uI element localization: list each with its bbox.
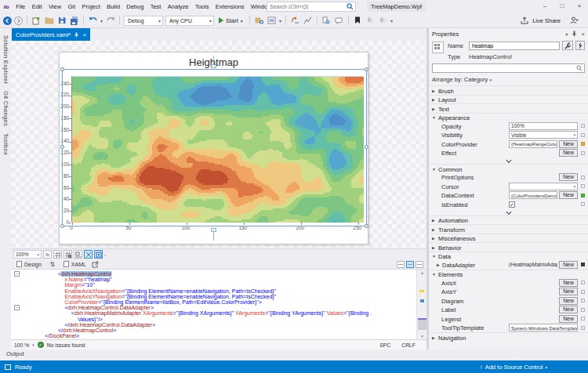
menu-tools[interactable]: Tools	[192, 0, 212, 13]
menu-debug[interactable]: Debug	[123, 0, 147, 13]
property-settings-button[interactable]	[562, 41, 573, 50]
property-marker[interactable]	[581, 151, 585, 155]
new-value-button[interactable]: New	[559, 306, 578, 313]
menu-build[interactable]: Build	[103, 0, 123, 13]
category-automation[interactable]: ▶Automation	[429, 215, 588, 225]
new-value-button[interactable]: New	[559, 297, 578, 305]
property-marker[interactable]	[581, 299, 585, 302]
tab-xaml[interactable]: XAML	[58, 259, 92, 270]
vertical-split-icon[interactable]	[397, 261, 405, 268]
property-marker[interactable]	[581, 281, 585, 284]
user-account-icon[interactable]	[570, 16, 579, 24]
bookmark-icon[interactable]	[353, 16, 363, 26]
property-marker[interactable]	[581, 317, 585, 320]
expand-icon[interactable]: ▶	[437, 263, 440, 267]
menu-extensions[interactable]: Extensions	[212, 0, 248, 13]
heatmap-plot-area[interactable]	[71, 76, 363, 222]
expand-icon[interactable]: ▶	[432, 97, 435, 102]
close-panel-icon[interactable]: ×	[581, 31, 585, 38]
background-tasks-icon[interactable]	[5, 364, 11, 370]
property-input[interactable]: (ColorProvidersDemoViewMo...	[509, 191, 557, 199]
category-miscellaneous[interactable]: ▶Miscellaneous	[429, 234, 588, 243]
open-folder-icon[interactable]	[44, 16, 54, 26]
swap-panes-icon[interactable]: ⇅	[47, 261, 58, 268]
menu-edit[interactable]: Edit	[28, 0, 45, 13]
scroll-down-icon[interactable]: ▼	[417, 334, 426, 339]
category-layout[interactable]: ▶Layout	[429, 95, 588, 104]
save-icon[interactable]	[56, 16, 67, 26]
xaml-designer-surface[interactable]: Heightmap 240220200180160140120100806040…	[11, 41, 426, 248]
category-text[interactable]: ▶Text	[429, 103, 588, 113]
property-marker[interactable]	[581, 194, 585, 197]
property-checkbox[interactable]: ✓	[509, 201, 515, 208]
add-to-source-control-button[interactable]: ↑ Add to Source Control ▴	[480, 360, 547, 373]
new-value-button[interactable]: New	[559, 279, 578, 287]
designer-zoom-combo[interactable]: 100%▾	[13, 250, 42, 259]
margin-anchor-bottom-icon[interactable]	[211, 228, 216, 241]
category-brush[interactable]: ▶Brush	[429, 85, 588, 95]
menu-view[interactable]: View	[45, 0, 65, 13]
minimize-button[interactable]: –	[536, 0, 554, 13]
search-input[interactable]	[267, 4, 347, 9]
hot-reload-icon[interactable]	[290, 16, 300, 26]
close-tab-icon[interactable]: ×	[82, 31, 86, 38]
tab-output[interactable]: Output	[6, 350, 24, 357]
resize-handle[interactable]	[365, 224, 368, 228]
find-in-files-icon[interactable]	[321, 16, 332, 26]
menu-git[interactable]: Git	[64, 0, 78, 13]
menu-test[interactable]: Test	[147, 0, 165, 13]
collapse-icon[interactable]: ▼	[432, 254, 436, 259]
menu-file[interactable]: File	[13, 0, 28, 13]
document-tab-colorproviders[interactable]: ColorProviders.xaml* ×	[12, 28, 90, 41]
solution-configuration-combo[interactable]: Debug▾	[124, 16, 163, 26]
chevron-down-icon[interactable]: ▾	[279, 18, 281, 24]
collapse-icon[interactable]: ▼	[432, 272, 436, 277]
arrange-by-selector[interactable]: Arrange by: Category ▾	[432, 76, 492, 83]
scroll-up-icon[interactable]: ▲	[417, 270, 426, 275]
maximize-button[interactable]: □	[554, 0, 571, 13]
property-select[interactable]: ▾	[509, 183, 578, 190]
collapse-pane-icon[interactable]	[416, 261, 423, 268]
property-input[interactable]: (HeatmapRangeColorProvider)	[509, 140, 557, 148]
issues-label[interactable]: No issues found	[47, 342, 85, 348]
resize-handle[interactable]	[60, 224, 64, 228]
category-data[interactable]: ▼Data	[429, 252, 588, 261]
expand-icon[interactable]: ▶	[432, 335, 435, 340]
attach-process-icon[interactable]	[254, 16, 264, 26]
events-button[interactable]	[575, 41, 585, 50]
live-share-button[interactable]: Live Share	[521, 16, 585, 24]
undo-dropdown-icon[interactable]: ▾	[100, 18, 103, 24]
scrollbar-thumb[interactable]	[418, 320, 426, 330]
navigate-back-icon[interactable]	[3, 16, 12, 25]
category-common[interactable]: ▼Common	[429, 164, 588, 173]
chevron-down-icon[interactable]	[506, 158, 511, 163]
category-navigation[interactable]: ▶Navigation	[429, 332, 588, 342]
fold-collapse-icon[interactable]: −	[14, 271, 20, 277]
properties-search-input[interactable]	[433, 66, 576, 71]
solution-platform-combo[interactable]: Any CPU▾	[165, 16, 214, 26]
heatmap-canvas[interactable]	[72, 77, 364, 223]
fold-collapse-icon[interactable]: −	[14, 305, 20, 310]
property-marker[interactable]	[581, 142, 585, 146]
expand-icon[interactable]: ▶	[432, 107, 435, 111]
property-marker[interactable]	[581, 308, 585, 312]
new-value-button[interactable]: New	[559, 191, 578, 199]
xaml-code-editor[interactable]: <dxh:HeatmapControlx:Name="heatmap"Margi…	[11, 270, 426, 339]
project-code-toggle-icon[interactable]	[94, 250, 103, 259]
property-marker[interactable]	[581, 176, 585, 179]
property-marker[interactable]	[581, 133, 585, 137]
snaplines-icon[interactable]	[74, 250, 82, 259]
property-marker[interactable]	[581, 263, 585, 266]
property-select[interactable]: Visible▾	[509, 131, 578, 139]
side-tab-solution-explorer[interactable]: Solution Explorer	[2, 35, 9, 84]
property-marker[interactable]	[581, 184, 585, 188]
category-appearance[interactable]: ▼Appearance	[429, 113, 588, 122]
expand-icon[interactable]: ▶	[432, 218, 435, 223]
chevron-down-icon[interactable]	[506, 208, 511, 214]
navigate-forward-icon[interactable]	[14, 16, 23, 25]
editor-zoom-value[interactable]: 100 %	[14, 342, 29, 348]
expand-icon[interactable]: ▶	[432, 245, 435, 250]
window-menu-icon[interactable]: ▾	[565, 31, 568, 37]
design-page[interactable]: Heightmap 240220200180160140120100806040…	[59, 52, 368, 244]
new-value-button[interactable]: New	[559, 261, 578, 269]
